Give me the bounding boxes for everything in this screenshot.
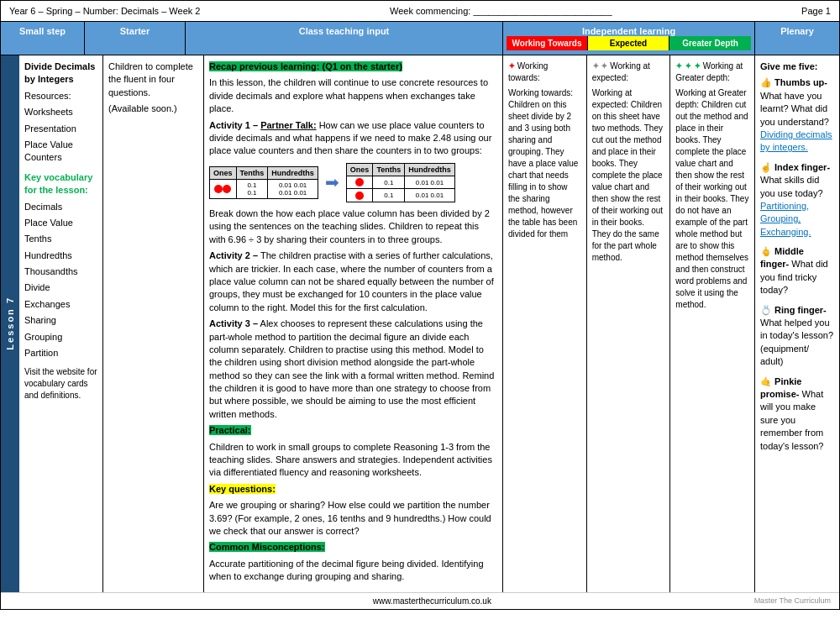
vocab-3: Tenths xyxy=(24,233,97,245)
plenary-column: Give me five: 👍 Thumbs up- What have you… xyxy=(755,55,839,592)
lesson-tab: Lesson 7 xyxy=(1,55,19,592)
key-questions-text: Are we grouping or sharing? How else cou… xyxy=(209,499,497,538)
index-link: Partitioning, Grouping, Exchanging. xyxy=(760,201,811,237)
vocab-5: Thousandths xyxy=(24,265,97,278)
practical-label: Practical: xyxy=(209,425,251,435)
page-footer: www.masterthecurriculum.co.uk Master The… xyxy=(1,592,839,609)
col-header-independent: Independent learning Working Towards Exp… xyxy=(503,22,755,55)
ring-q: What helped you in today's lesson? xyxy=(760,318,833,340)
place-value-visual: OnesTenthsHundredths 0.10.1 0.01 0.010.0… xyxy=(209,163,497,202)
ind-subheader-greater: Greater Depth xyxy=(669,36,751,50)
col-header-teaching: Class teaching input xyxy=(186,22,503,55)
teaching-column: Recap previous learning: (Q1 on the star… xyxy=(204,55,503,592)
lesson-label: Lesson 7 xyxy=(5,297,15,350)
middle-icon: 🖕 xyxy=(760,246,772,256)
footer-logo: Master The Curriculum xyxy=(754,596,831,605)
ring-sub: (equipment/ adult) xyxy=(760,344,809,366)
thumb-link: Dividing decimals by integers. xyxy=(760,129,832,152)
expected-stars: ✦ ✦ xyxy=(592,61,608,71)
teaching-intro: In this lesson, the children will contin… xyxy=(209,76,497,115)
vocab-4: Hundredths xyxy=(24,249,97,262)
working-towards-col: ✦ Working towards: Working towards: Chil… xyxy=(503,55,587,592)
ind-subheader-working: Working Towards xyxy=(507,36,588,50)
plenary-index: ☝️ Index finger- What skills did you use… xyxy=(760,161,834,239)
activity1-title: Partner Talk: xyxy=(260,120,316,130)
header-week: Week commencing: _______________________… xyxy=(390,6,612,16)
vocab-7: Exchanges xyxy=(24,298,97,311)
thumb-icon: 👍 xyxy=(760,77,772,87)
independent-subheaders: Working Towards Expected Greater Depth xyxy=(507,36,751,50)
resources-label: Resources: xyxy=(24,90,97,102)
starter-column: Children to complete the fluent in four … xyxy=(103,55,204,592)
index-icon: ☝️ xyxy=(760,162,772,172)
arrow-right-icon: ➡ xyxy=(325,172,339,192)
activity2-label: Activity 2 – xyxy=(209,250,258,260)
plenary-middle: 🖕 Middle finger- What did you find trick… xyxy=(760,245,834,297)
content-grid: Divide Decimals by Integers Resources: W… xyxy=(19,55,839,592)
col-header-plenary: Plenary xyxy=(755,22,839,55)
thumb-q: What have you learnt? What did you under… xyxy=(760,91,829,127)
small-step-title: Divide Decimals by Integers xyxy=(24,60,97,87)
vocab-10: Partition xyxy=(24,347,97,360)
activity1-continue: Break down the how each place value colu… xyxy=(209,207,497,246)
small-step-column: Divide Decimals by Integers Resources: W… xyxy=(19,55,103,592)
vocab-2: Place Value xyxy=(24,217,97,229)
greater-stars: ✦ ✦ ✦ xyxy=(675,61,701,71)
col-header-starter: Starter xyxy=(85,22,186,55)
expected-text: Working at expected: Children on this sh… xyxy=(592,87,665,264)
header-page: Page 1 xyxy=(801,6,831,16)
practical-text: Children to work in small groups to comp… xyxy=(209,441,497,480)
col-header-small-step: Small step xyxy=(1,22,85,55)
resource-3: Place Value Counters xyxy=(24,139,97,165)
header-title: Year 6 – Spring – Number: Decimals – Wee… xyxy=(9,6,200,16)
key-questions-label: Key questions: xyxy=(209,484,276,494)
vocab-9: Grouping xyxy=(24,331,97,344)
vocab-label: Key vocabulary for the lesson: xyxy=(24,171,97,197)
expected-col: ✦ ✦ Working at expected: Working at expe… xyxy=(587,55,671,592)
independent-column: ✦ Working towards: Working towards: Chil… xyxy=(503,55,755,592)
recap-label: Recap previous learning: (Q1 on the star… xyxy=(209,61,402,71)
misconceptions-text: Accurate partitioning of the decimal fig… xyxy=(209,558,497,584)
pv-table-right-top: OnesTenthsHundredths 0.1 0.01 0.01 0.1 0… xyxy=(346,163,455,202)
plenary-pinkie: 🤙 Pinkie promise- What will you make sur… xyxy=(760,375,834,453)
page-header: Year 6 – Spring – Number: Decimals – Wee… xyxy=(1,1,839,22)
activity3-label: Activity 3 – xyxy=(209,318,258,328)
working-towards-text: Working towards: Children on this sheet … xyxy=(508,87,581,240)
pv-table-left: OnesTenthsHundredths 0.10.1 0.01 0.010.0… xyxy=(209,166,318,199)
plenary-thumb: 👍 Thumbs up- What have you learnt? What … xyxy=(760,76,834,154)
index-label: Index finger- xyxy=(774,162,830,172)
activity3-text: Alex chooses to represent these calculat… xyxy=(209,318,494,419)
website-note: Visit the website for vocabulary cards a… xyxy=(24,366,97,402)
activity1-label: Activity 1 – xyxy=(209,120,258,130)
greater-depth-col: ✦ ✦ ✦ Working at Greater depth: Working … xyxy=(670,55,754,592)
pinkie-icon: 🤙 xyxy=(760,376,772,386)
greater-depth-text: Working at Greater depth: Children cut o… xyxy=(675,87,749,311)
resource-1: Worksheets xyxy=(24,106,97,118)
starter-text: Children to complete the fluent in four … xyxy=(108,60,198,99)
page-wrapper: Year 6 – Spring – Number: Decimals – Wee… xyxy=(0,0,840,610)
plenary-title: Give me five: xyxy=(760,60,834,73)
misconceptions-label: Common Misconceptions: xyxy=(209,542,325,552)
ind-subheader-expected: Expected xyxy=(588,36,669,50)
ring-icon: 💍 xyxy=(760,305,772,315)
column-headers: Small step Starter Class teaching input … xyxy=(1,22,839,55)
working-star: ✦ xyxy=(508,61,515,71)
main-area: Lesson 7 Divide Decimals by Integers Res… xyxy=(1,55,839,592)
starter-available: (Available soon.) xyxy=(108,102,198,115)
thumb-label: Thumbs up- xyxy=(774,77,827,87)
plenary-ring: 💍 Ring finger- What helped you in today'… xyxy=(760,304,834,369)
vocab-1: Decimals xyxy=(24,201,97,213)
ring-label: Ring finger- xyxy=(774,305,827,315)
vocab-8: Sharing xyxy=(24,314,97,327)
index-q: What skills did you use today? xyxy=(760,175,823,197)
vocab-6: Divide xyxy=(24,281,97,294)
resource-2: Presentation xyxy=(24,123,97,135)
footer-website: www.masterthecurriculum.co.uk xyxy=(373,596,491,606)
